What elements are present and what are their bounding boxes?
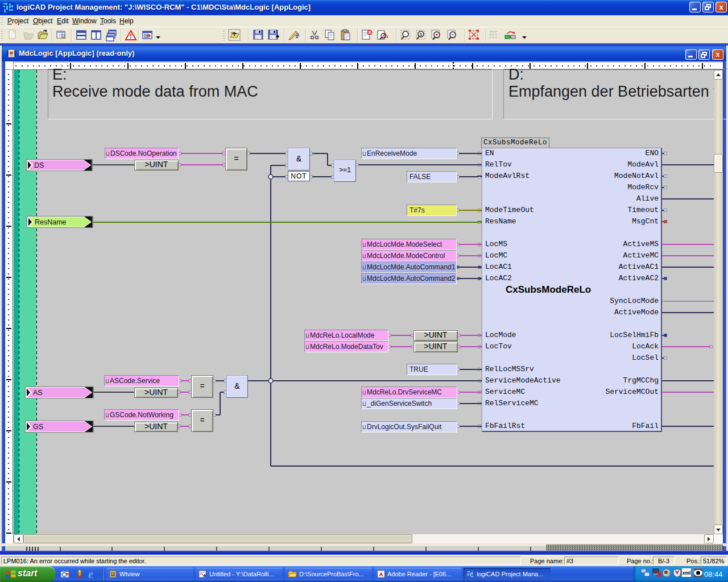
svg-text:DS: DS <box>34 161 44 169</box>
svg-text:xml: xml <box>682 570 691 576</box>
svg-text:ResName: ResName <box>35 218 67 226</box>
svg-text:AS: AS <box>33 389 43 397</box>
svg-text:GS: GS <box>33 423 43 431</box>
